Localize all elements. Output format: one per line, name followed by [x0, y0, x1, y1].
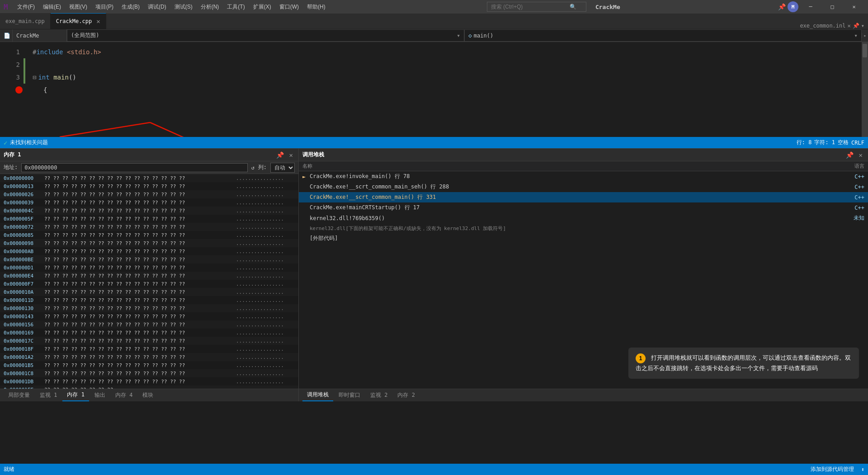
editor-scrollbar[interactable] — [862, 42, 868, 137]
collapse-icon-3[interactable]: ⊟ — [33, 74, 36, 81]
status-bar: 就绪 添加到源代码管理 ⬆ — [0, 464, 868, 475]
right-gutter-btn[interactable]: ▸ — [862, 33, 868, 38]
memory-row[interactable]: 0x000000AB ?? ?? ?? ?? ?? ?? ?? ?? ?? ??… — [0, 247, 298, 255]
menu-extensions[interactable]: 扩展(X) — [250, 1, 275, 13]
callstack-pin-btn[interactable]: 📌 — [844, 150, 855, 160]
maximize-button[interactable]: □ — [822, 0, 843, 14]
memory-row[interactable]: 0x00000013 ?? ?? ?? ?? ?? ?? ?? ?? ?? ??… — [0, 182, 298, 190]
memory-row[interactable]: 0x0000018F ?? ?? ?? ?? ?? ?? ?? ?? ?? ??… — [0, 345, 298, 353]
mem-bytes: ?? ?? ?? ?? ?? ?? ?? ?? ?? ?? ?? ?? ?? ?… — [44, 200, 236, 206]
memory-row[interactable]: 0x00000156 ?? ?? ?? ?? ?? ?? ?? ?? ?? ??… — [0, 320, 298, 329]
callstack-tab-item[interactable]: 内存 2 — [393, 390, 419, 401]
memory-row[interactable]: 0x000001DB ?? ?? ?? ?? ?? ?? ?? ?? ?? ??… — [0, 377, 298, 386]
callstack-row[interactable]: CrackMe.exe!__scrt_common_main() 行 331 C… — [299, 192, 868, 202]
scrollbar-thumb[interactable] — [863, 44, 867, 57]
minimize-button[interactable]: ─ — [800, 0, 821, 14]
menu-test[interactable]: 测试(S) — [171, 1, 196, 13]
refresh-icon[interactable]: ↺ — [251, 165, 255, 171]
callstack-row[interactable]: ► CrackMe.exe!invoke_main() 行 78 C++ — [299, 171, 868, 182]
memory-row[interactable]: 0x0000010A ?? ?? ?? ?? ?? ?? ?? ?? ?? ??… — [0, 288, 298, 296]
memory-row[interactable]: 0x0000004C ?? ?? ?? ?? ?? ?? ?? ?? ?? ??… — [0, 207, 298, 215]
mem-addr: 0x000000F7 — [4, 281, 44, 287]
close-button[interactable]: ✕ — [844, 0, 864, 14]
memory-row[interactable]: 0x00000169 ?? ?? ?? ?? ?? ?? ?? ?? ?? ??… — [0, 329, 298, 337]
memory-row[interactable]: 0x00000039 ?? ?? ?? ?? ?? ?? ?? ?? ?? ??… — [0, 198, 298, 207]
callstack-tab-item[interactable]: 即时窗口 — [334, 390, 365, 401]
cs-func: kernel32.dll[下面的框架可能不正确和/或缺失，没有为 kernel3… — [310, 225, 837, 232]
code-text[interactable]: #include <stdio.h> ⊟ int main () { — [25, 42, 862, 137]
memory-row[interactable]: 0x00000098 ?? ?? ?? ?? ?? ?? ?? ?? ?? ??… — [0, 239, 298, 247]
member-icon: ◇ — [468, 32, 472, 39]
memory-row[interactable]: 0x0000011D ?? ?? ?? ?? ?? ?? ?? ?? ?? ??… — [0, 296, 298, 304]
callstack-row[interactable]: [外部代码] — [299, 233, 868, 244]
status-vcs[interactable]: 添加到源代码管理 — [811, 466, 854, 473]
memory-row[interactable]: 0x000000F7 ?? ?? ?? ?? ?? ?? ?? ?? ?? ??… — [0, 280, 298, 288]
address-input[interactable] — [21, 163, 247, 172]
tab-crackme[interactable]: CrackMe.cpp ✕ — [51, 13, 106, 29]
memory-row[interactable]: 0x00000072 ?? ?? ?? ?? ?? ?? ?? ?? ?? ??… — [0, 223, 298, 231]
memory-row[interactable]: 0x000000D1 ?? ?? ?? ?? ?? ?? ?? ?? ?? ??… — [0, 263, 298, 272]
memory-row[interactable]: 0x000001A2 ?? ?? ?? ?? ?? ?? ?? ?? ?? ??… — [0, 353, 298, 361]
col-select[interactable]: 自动 8 16 32 — [270, 163, 295, 173]
mem-ascii: ................ — [236, 289, 295, 295]
callstack-row[interactable]: CrackMe.exe!mainCRTStartup() 行 17 C++ — [299, 202, 868, 213]
callstack-tab-item[interactable]: 监视 2 — [366, 390, 392, 401]
menu-view[interactable]: 视图(V) — [66, 1, 91, 13]
memory-row[interactable]: 0x00000143 ?? ?? ?? ?? ?? ?? ?? ?? ?? ??… — [0, 312, 298, 320]
memory-tab-item[interactable]: 内存 1 — [62, 389, 89, 401]
memory-row[interactable]: 0x000000BE ?? ?? ?? ?? ?? ?? ?? ?? ?? ??… — [0, 255, 298, 263]
status-crlf: CRLF — [851, 140, 864, 146]
menu-help[interactable]: 帮助(H) — [303, 1, 329, 13]
memory-tab-item[interactable]: 模块 — [138, 390, 158, 401]
mem-addr: 0x00000000 — [4, 175, 44, 181]
search-input[interactable] — [491, 4, 568, 10]
status-issues-bar: ✓ 未找到相关问题 行: 8 字符: 1 空格 CRLF — [0, 137, 868, 148]
tab-right-close[interactable]: ✕ — [848, 23, 851, 29]
mem-bytes: ?? ?? ?? ?? ?? ?? ?? ?? ?? ?? ?? ?? ?? ?… — [44, 208, 236, 214]
memory-row[interactable]: 0x00000085 ?? ?? ?? ?? ?? ?? ?? ?? ?? ??… — [0, 231, 298, 239]
memory-table[interactable]: 0x00000000 ?? ?? ?? ?? ?? ?? ?? ?? ?? ??… — [0, 174, 298, 389]
memory-row[interactable]: 0x00000026 ?? ?? ?? ?? ?? ?? ?? ?? ?? ??… — [0, 190, 298, 198]
callstack-row[interactable]: CrackMe.exe!__scrt_common_main_seh() 行 2… — [299, 182, 868, 192]
tab-exe-main[interactable]: exe_main.cpp — [0, 13, 51, 29]
mem-ascii: ................ — [236, 314, 295, 320]
mem-addr: 0x0000017C — [4, 338, 44, 344]
callstack-row[interactable]: kernel32.dll!769b6359() 未知 — [299, 213, 868, 223]
memory-row[interactable]: 0x0000017C ?? ?? ?? ?? ?? ?? ?? ?? ?? ??… — [0, 337, 298, 345]
memory-tab-item[interactable]: 监视 1 — [35, 390, 61, 401]
menu-build[interactable]: 生成(B) — [118, 1, 143, 13]
menu-file[interactable]: 文件(F) — [14, 1, 38, 13]
menu-edit[interactable]: 编辑(E) — [39, 1, 65, 13]
memory-row[interactable]: 0x00000130 ?? ?? ?? ?? ?? ?? ?? ?? ?? ??… — [0, 304, 298, 312]
memory-row[interactable]: 0x000000E4 ?? ?? ?? ?? ?? ?? ?? ?? ?? ??… — [0, 272, 298, 280]
memory-tab-item[interactable]: 局部变量 — [4, 390, 34, 401]
menu-analyze[interactable]: 分析(N) — [197, 1, 223, 13]
code-line-1: #include <stdio.h> — [33, 46, 862, 58]
code-include-kw: include — [36, 48, 63, 56]
memory-row[interactable]: 0x000001B5 ?? ?? ?? ?? ?? ?? ?? ?? ?? ??… — [0, 361, 298, 369]
memory-close-btn[interactable]: ✕ — [288, 150, 295, 160]
callstack-row[interactable]: kernel32.dll[下面的框架可能不正确和/或缺失，没有为 kernel3… — [299, 223, 868, 233]
memory-address-bar: 地址: ↺ 列: 自动 8 16 32 — [0, 161, 298, 174]
memory-row[interactable]: 0x000001EE ?? ?? ?? ?? ?? ?? ?? ?? .....… — [0, 386, 298, 389]
tab-close-button[interactable]: ✕ — [96, 18, 100, 24]
memory-row[interactable]: 0x00000000 ?? ?? ?? ?? ?? ?? ?? ?? ?? ??… — [0, 174, 298, 182]
callstack-tab-item[interactable]: 调用堆栈 — [302, 389, 333, 401]
callstack-close-btn[interactable]: ✕ — [857, 150, 864, 160]
tab-pin[interactable]: 📌 — [853, 23, 859, 29]
member-dropdown[interactable]: ◇ main() ▾ — [464, 29, 862, 42]
search-box[interactable]: 🔍 — [487, 2, 586, 12]
tab-more[interactable]: ▾ — [861, 23, 864, 29]
menu-debug[interactable]: 调试(D) — [144, 1, 170, 13]
memory-row[interactable]: 0x0000005F ?? ?? ?? ?? ?? ?? ?? ?? ?? ??… — [0, 215, 298, 223]
menu-window[interactable]: 窗口(W) — [276, 1, 302, 13]
menu-tools[interactable]: 工具(T) — [223, 1, 248, 13]
menu-project[interactable]: 项目(P) — [92, 1, 117, 13]
memory-row[interactable]: 0x000001C8 ?? ?? ?? ?? ?? ?? ?? ?? ?? ??… — [0, 369, 298, 377]
memory-tab-item[interactable]: 内存 4 — [111, 390, 137, 401]
scope-dropdown[interactable]: (全局范围) ▾ — [67, 29, 464, 42]
memory-tab-item[interactable]: 输出 — [90, 390, 110, 401]
memory-pin-btn[interactable]: 📌 — [274, 150, 286, 160]
avatar[interactable]: M — [788, 1, 798, 12]
line-num-2: 2 — [0, 58, 20, 71]
